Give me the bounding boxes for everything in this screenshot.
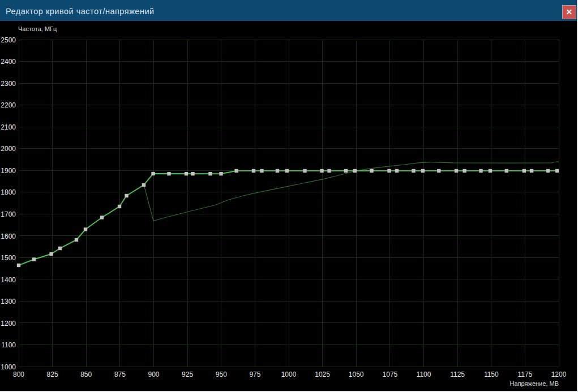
svg-text:1900: 1900 bbox=[1, 167, 16, 175]
svg-text:825: 825 bbox=[47, 371, 58, 378]
svg-text:1400: 1400 bbox=[1, 276, 16, 284]
svg-text:975: 975 bbox=[249, 371, 260, 378]
svg-text:1200: 1200 bbox=[1, 320, 16, 328]
svg-text:1125: 1125 bbox=[450, 371, 465, 378]
svg-text:1100: 1100 bbox=[1, 341, 16, 349]
svg-text:1200: 1200 bbox=[551, 371, 567, 378]
svg-text:2500: 2500 bbox=[1, 36, 16, 44]
svg-text:1500: 1500 bbox=[1, 254, 16, 262]
svg-text:2400: 2400 bbox=[1, 58, 16, 66]
svg-text:950: 950 bbox=[216, 371, 227, 378]
svg-text:2300: 2300 bbox=[1, 80, 16, 88]
svg-text:1025: 1025 bbox=[315, 371, 330, 378]
svg-text:1600: 1600 bbox=[1, 232, 16, 240]
svg-text:1075: 1075 bbox=[383, 371, 398, 378]
svg-text:2200: 2200 bbox=[1, 101, 16, 109]
svg-text:Напряжение, МВ: Напряжение, МВ bbox=[510, 380, 559, 387]
svg-text:800: 800 bbox=[13, 371, 24, 378]
svg-text:1700: 1700 bbox=[1, 210, 16, 218]
svg-text:1000: 1000 bbox=[281, 371, 297, 378]
svg-text:1800: 1800 bbox=[1, 188, 16, 196]
svg-text:900: 900 bbox=[148, 371, 159, 378]
svg-text:Частота, МГц: Частота, МГц bbox=[18, 25, 57, 32]
svg-text:2100: 2100 bbox=[1, 123, 16, 131]
svg-text:1175: 1175 bbox=[517, 371, 532, 378]
svg-text:925: 925 bbox=[182, 371, 193, 378]
svg-text:2000: 2000 bbox=[1, 145, 16, 153]
svg-text:1300: 1300 bbox=[1, 298, 16, 305]
svg-text:850: 850 bbox=[80, 371, 92, 378]
svg-text:1050: 1050 bbox=[349, 371, 364, 378]
svg-text:1150: 1150 bbox=[484, 371, 499, 378]
svg-text:1100: 1100 bbox=[417, 371, 431, 378]
svg-text:875: 875 bbox=[114, 371, 126, 378]
